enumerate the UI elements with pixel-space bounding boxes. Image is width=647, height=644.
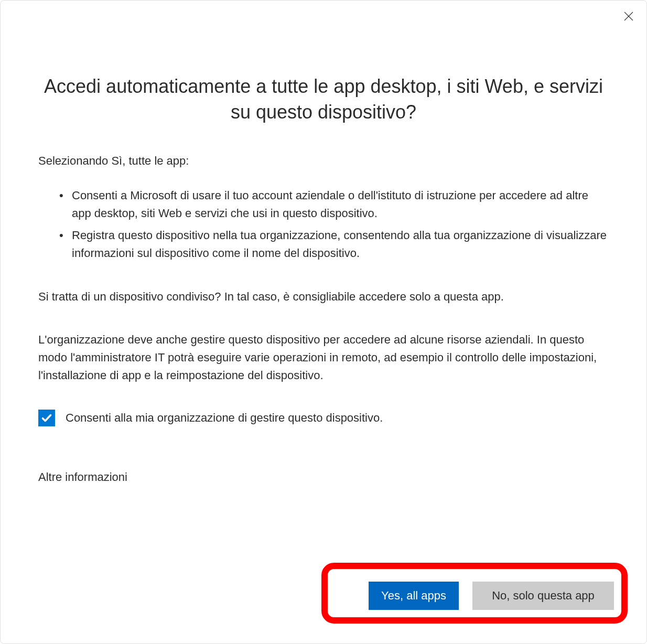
- allow-manage-checkbox[interactable]: [38, 410, 55, 426]
- more-info-link[interactable]: Altre informazioni: [38, 470, 609, 484]
- button-row: Yes, all apps No, solo questa app: [369, 582, 614, 610]
- close-button[interactable]: [620, 8, 637, 25]
- shared-device-text: Si tratta di un dispositivo condiviso? I…: [38, 288, 609, 306]
- yes-all-apps-button[interactable]: Yes, all apps: [369, 582, 459, 610]
- dialog-window: Accedi automaticamente a tutte le app de…: [0, 0, 647, 644]
- dialog-title: Accedi automaticamente a tutte le app de…: [38, 74, 609, 125]
- bullet-list: Consenti a Microsoft di usare il tuo acc…: [38, 187, 609, 262]
- dialog-content: Accedi automaticamente a tutte le app de…: [1, 1, 646, 484]
- checkbox-row: Consenti alla mia organizzazione di gest…: [38, 410, 609, 426]
- bullet-item: Consenti a Microsoft di usare il tuo acc…: [59, 187, 609, 222]
- org-manage-text: L'organizzazione deve anche gestire ques…: [38, 331, 609, 384]
- bullet-item: Registra questo dispositivo nella tua or…: [59, 227, 609, 262]
- check-icon: [41, 412, 52, 424]
- no-this-app-only-button[interactable]: No, solo questa app: [472, 582, 614, 610]
- close-icon: [624, 12, 633, 21]
- checkbox-label: Consenti alla mia organizzazione di gest…: [66, 411, 383, 425]
- intro-text: Selezionando Sì, tutte le app:: [38, 154, 609, 168]
